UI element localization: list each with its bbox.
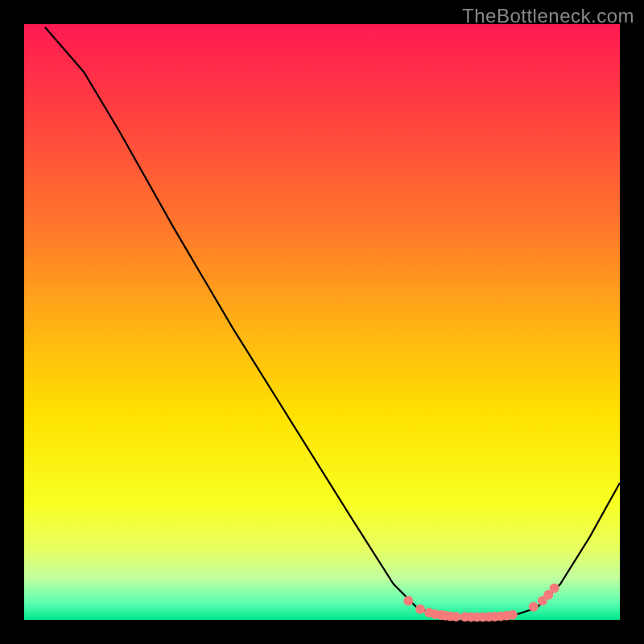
chart-container: TheBottleneck.com: [0, 0, 644, 644]
data-marker: [508, 610, 518, 620]
plot-background: [24, 24, 620, 620]
data-marker: [415, 605, 425, 614]
watermark-text: TheBottleneck.com: [462, 5, 634, 27]
chart-svg: [0, 0, 644, 644]
data-marker: [452, 612, 461, 621]
data-marker: [403, 596, 413, 605]
data-marker: [529, 602, 539, 612]
data-marker: [550, 584, 559, 593]
